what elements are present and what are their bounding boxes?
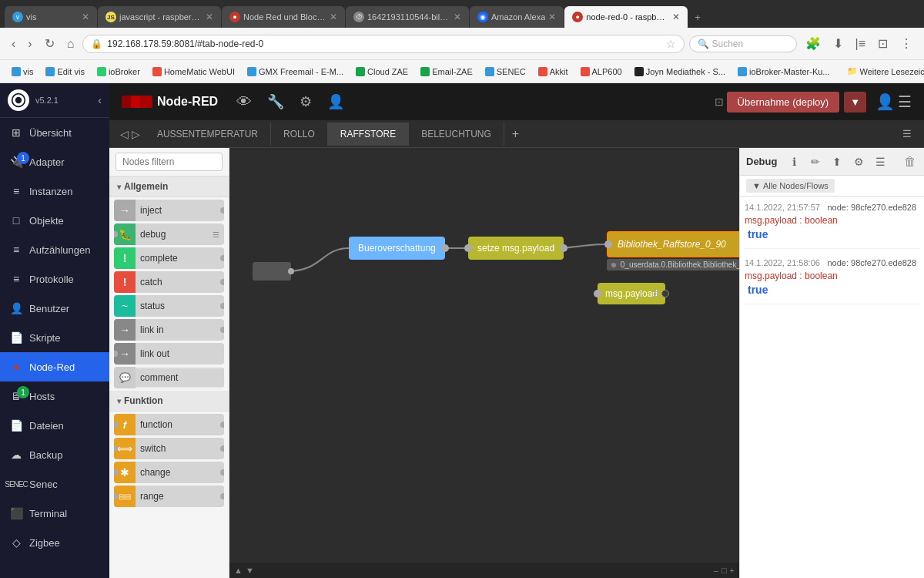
tab-close-vis[interactable]: ✕ <box>82 12 89 22</box>
debug-clear-button[interactable]: 🗑 <box>902 153 918 170</box>
wrench-icon[interactable]: 🔧 <box>264 90 287 113</box>
sidebar-item-hosts[interactable]: 🖥 Hosts 1 <box>0 381 109 411</box>
deploy-button[interactable]: Übernahme (deploy) <box>727 92 840 113</box>
download-button[interactable]: ⬇ <box>829 35 847 52</box>
debug-list-icon[interactable]: ☰ <box>871 153 889 171</box>
flow-tab-rollo[interactable]: ROLLO <box>271 123 328 146</box>
flow-tab-beleuchtung[interactable]: BELEUCHTUNG <box>409 123 504 146</box>
debug-edit-icon[interactable]: ✏ <box>806 153 825 171</box>
tab-nodered-active[interactable]: ● node-red-0 - raspberrypi ✕ <box>564 6 688 28</box>
zoom-in-button[interactable]: + <box>730 566 735 575</box>
reload-button[interactable]: ↻ <box>41 35 59 52</box>
palette-node-linkin[interactable]: → link in <box>114 319 224 341</box>
sidebar-toggle-button[interactable]: |≡ <box>852 35 870 52</box>
sidebar-item-overview[interactable]: ⊞ Übersicht <box>0 118 109 147</box>
bookmark-homematic[interactable]: HomeMatic WebUI <box>149 66 239 78</box>
palette-node-range[interactable]: ⊟⊟ range <box>114 486 224 507</box>
tab-vis[interactable]: v vis ✕ <box>5 6 97 28</box>
sidebar-item-nodered[interactable]: ● Node-Red <box>0 352 109 381</box>
canvas-node-bueroverschattung[interactable]: Bueroverschattung <box>349 237 445 260</box>
sidebar-item-protokolle[interactable]: ≡ Protokolle <box>0 264 109 294</box>
sidebar-item-benutzer[interactable]: 👤 Benutzer <box>0 294 109 323</box>
sidebar-item-objekte[interactable]: □ Objekte <box>0 206 109 235</box>
zoom-reset-button[interactable]: □ <box>721 566 727 575</box>
palette-node-comment[interactable]: 💬 comment <box>114 367 224 388</box>
tab-screenshot[interactable]: ⏱ 1642193110544-bildschirmfoto ✕ <box>346 6 469 28</box>
tab-alexa[interactable]: ◉ Amazon Alexa ✕ <box>470 6 564 28</box>
canvas-area[interactable]: Bueroverschattung setze msg.payload <box>229 148 739 578</box>
palette-section-allgemein-header[interactable]: ▾ Allgemein <box>109 176 229 197</box>
back-button[interactable]: ‹ <box>8 35 19 52</box>
tab-close-nr-active[interactable]: ✕ <box>672 12 680 22</box>
tab-close-alexa[interactable]: ✕ <box>548 12 556 22</box>
sidebar-item-instanzen[interactable]: ≡ Instanzen <box>0 176 109 206</box>
sidebar-item-terminal[interactable]: ⬛ Terminal <box>0 499 109 528</box>
scroll-up-button[interactable]: ▲ <box>234 566 243 575</box>
bookmark-gmx[interactable]: GMX Freemail - E-M... <box>243 66 347 78</box>
debug-settings-icon[interactable]: ⚙ <box>849 153 868 171</box>
scroll-down-button[interactable]: ▼ <box>246 566 254 575</box>
sidebar-collapse-button[interactable]: ‹ <box>98 94 102 106</box>
tab-close-nr-blockly[interactable]: ✕ <box>330 12 337 22</box>
bookmark-editvis[interactable]: Edit vis <box>42 66 88 78</box>
palette-node-switch[interactable]: ⟺ switch <box>114 438 224 459</box>
debug-export-icon[interactable]: ⬆ <box>828 153 846 171</box>
menu-button[interactable]: ⋮ <box>896 35 916 52</box>
palette-node-debug[interactable]: 🐛 debug ☰ <box>114 223 224 245</box>
bookmark-star-icon[interactable]: ☆ <box>666 38 676 50</box>
canvas-node-msg-payload[interactable]: msg.payload ☰ <box>598 283 665 304</box>
bookmark-iobroker[interactable]: ioBroker <box>93 66 144 78</box>
palette-node-status[interactable]: ~ status <box>114 295 224 317</box>
debug-filter-button[interactable]: ▼ Alle Nodes/Flows <box>746 179 835 193</box>
tab-javascript[interactable]: JS javascript - raspberrypi ✕ <box>98 6 221 28</box>
reader-button[interactable]: ⊡ <box>874 35 892 52</box>
bookmark-joyn[interactable]: Joyn Mediathek - S... <box>631 66 729 78</box>
canvas-node-setze-payload[interactable]: setze msg.payload <box>468 237 564 260</box>
palette-node-inject[interactable]: → inject <box>114 200 224 221</box>
search-bar[interactable]: 🔍 Suchen <box>689 35 797 52</box>
tab-close-js[interactable]: ✕ <box>206 12 213 22</box>
sidebar-item-zigbee[interactable]: ◇ Zigbee <box>0 528 109 557</box>
sidebar-item-senec[interactable]: SENEC Senec <box>0 469 109 499</box>
tab-close-screenshot[interactable]: ✕ <box>454 12 461 22</box>
bookmark-iobroker-master[interactable]: ioBroker-Master-Ku... <box>734 66 834 78</box>
palette-search-input[interactable] <box>116 153 223 171</box>
bookmark-more[interactable]: 📁 Weitere Lesezeichen <box>843 65 924 78</box>
palette-node-change[interactable]: ✱ change <box>114 462 224 483</box>
flow-tab-menu-button[interactable]: ☰ <box>896 123 918 144</box>
sidebar-item-backup[interactable]: ☁ Backup <box>0 440 109 469</box>
bookmark-alp600[interactable]: ALP600 <box>577 66 626 78</box>
palette-node-catch[interactable]: ! catch <box>114 271 224 293</box>
address-bar[interactable]: 🔒 192.168.178.59:8081/#tab-node-red-0 ☆ <box>82 35 684 53</box>
user-icon[interactable]: 👤 <box>875 92 895 111</box>
palette-node-linkout[interactable]: → link out <box>114 343 224 365</box>
sidebar-item-dateien[interactable]: 📄 Dateien <box>0 411 109 440</box>
sidebar-item-aufzaehlungen[interactable]: ≡ Aufzählungen <box>0 235 109 264</box>
palette-node-function[interactable]: f function <box>114 414 224 435</box>
bookmark-cloudzae[interactable]: Cloud ZAE <box>352 66 412 78</box>
tab-nodered-blockly[interactable]: ● Node Red und Blockly Scripte ✕ <box>222 6 345 28</box>
hamburger-icon[interactable]: ☰ <box>898 92 912 111</box>
sidebar-item-adapter[interactable]: 🔌 Adapter 1 <box>0 147 109 176</box>
flow-tab-aussentemp[interactable]: AUSSENTEMPERATUR <box>145 123 271 146</box>
deploy-dropdown[interactable]: ▼ <box>844 92 866 113</box>
sidebar-item-skripte[interactable]: 📄 Skripte <box>0 323 109 352</box>
add-flow-tab-button[interactable]: + <box>504 123 527 146</box>
bookmark-vis[interactable]: vis <box>8 66 37 78</box>
palette-section-funktion-header[interactable]: ▾ Funktion <box>109 391 229 412</box>
bookmark-emailzae[interactable]: Email-ZAE <box>417 66 477 78</box>
bookmark-senec[interactable]: SENEC <box>481 66 530 78</box>
home-button[interactable]: ⌂ <box>63 35 79 52</box>
palette-node-complete[interactable]: ! complete <box>114 247 224 269</box>
new-tab-button[interactable]: + <box>688 7 707 28</box>
zoom-out-button[interactable]: – <box>714 566 718 575</box>
forward-button[interactable]: › <box>24 35 35 52</box>
canvas-node-left[interactable] <box>253 262 291 281</box>
bookmark-akkit[interactable]: Akkit <box>534 66 572 78</box>
palette-toggle-button[interactable]: ◁ ▷ <box>116 128 145 140</box>
person-icon[interactable]: 👤 <box>324 90 347 113</box>
settings-icon[interactable]: ⚙ <box>296 90 315 113</box>
flow-tab-raffstore[interactable]: RAFFSTORE <box>328 123 409 146</box>
canvas-node-bibliothek[interactable]: Bibliothek_Raffstore_0_90 0_userdata.0.B… <box>607 231 739 271</box>
eye-icon[interactable]: 👁 <box>233 90 255 114</box>
